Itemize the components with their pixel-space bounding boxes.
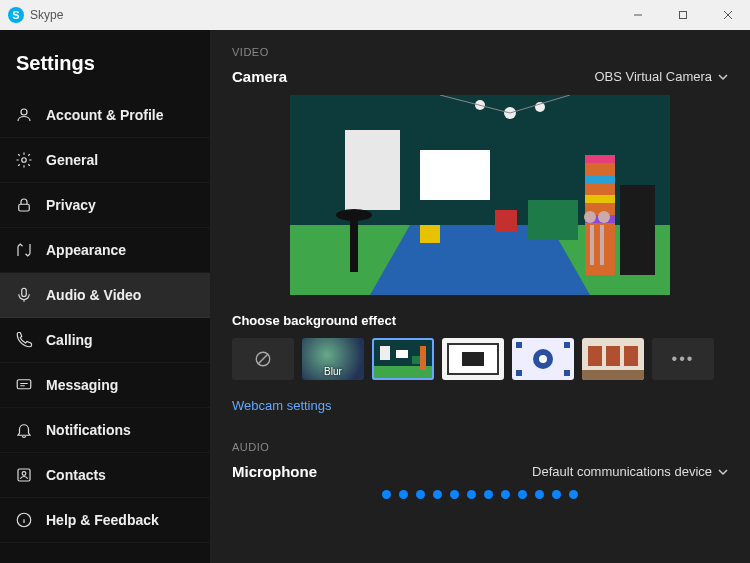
gear-icon — [14, 150, 34, 170]
microphone-heading: Microphone — [232, 463, 317, 480]
microphone-level-meter — [232, 490, 728, 499]
sidebar-item-label: General — [46, 152, 98, 168]
camera-selected-value: OBS Virtual Camera — [594, 69, 712, 84]
svg-rect-18 — [420, 150, 490, 200]
sidebar-item-notifications[interactable]: Notifications — [0, 408, 210, 453]
chevron-down-icon — [718, 72, 728, 82]
svg-rect-19 — [350, 217, 358, 272]
level-dot — [450, 490, 459, 499]
info-icon — [14, 510, 34, 530]
svg-rect-58 — [588, 346, 602, 366]
settings-nav: Account & Profile General Privacy Appear… — [0, 93, 210, 543]
webcam-settings-link[interactable]: Webcam settings — [232, 398, 728, 413]
svg-point-52 — [539, 355, 547, 363]
svg-point-10 — [22, 472, 26, 476]
microphone-icon — [14, 285, 34, 305]
audio-section-label: AUDIO — [232, 441, 728, 453]
svg-rect-27 — [585, 195, 615, 203]
sidebar-item-label: Contacts — [46, 467, 106, 483]
camera-heading: Camera — [232, 68, 287, 85]
sidebar-item-contacts[interactable]: Contacts — [0, 453, 210, 498]
chevron-down-icon — [718, 467, 728, 477]
bg-effect-more-button[interactable]: ••• — [652, 338, 714, 380]
svg-rect-26 — [585, 175, 615, 183]
sidebar-item-account-profile[interactable]: Account & Profile — [0, 93, 210, 138]
svg-rect-25 — [585, 155, 615, 163]
sidebar-item-label: Notifications — [46, 422, 131, 438]
bg-effect-gallery[interactable] — [442, 338, 504, 380]
svg-rect-59 — [606, 346, 620, 366]
svg-rect-44 — [396, 350, 408, 358]
lock-icon — [14, 195, 34, 215]
titlebar: S Skype — [0, 0, 750, 30]
camera-dropdown[interactable]: OBS Virtual Camera — [594, 69, 728, 84]
message-icon — [14, 375, 34, 395]
sidebar-item-label: Audio & Video — [46, 287, 141, 303]
phone-icon — [14, 330, 34, 350]
person-icon — [14, 105, 34, 125]
settings-sidebar: Settings Account & Profile General Priva… — [0, 30, 210, 563]
microphone-selected-value: Default communications device — [532, 464, 712, 479]
svg-rect-61 — [582, 370, 644, 380]
svg-rect-53 — [516, 342, 522, 348]
bg-effect-blur-label: Blur — [302, 366, 364, 377]
svg-point-33 — [598, 211, 610, 223]
camera-preview — [290, 95, 670, 295]
sidebar-item-help-feedback[interactable]: Help & Feedback — [0, 498, 210, 543]
sidebar-item-label: Messaging — [46, 377, 118, 393]
background-effects-row: Blur ••• — [232, 338, 728, 380]
level-dot — [484, 490, 493, 499]
svg-point-4 — [21, 109, 27, 115]
bg-effect-tile-pattern[interactable] — [512, 338, 574, 380]
background-effect-heading: Choose background effect — [232, 313, 728, 328]
svg-rect-7 — [22, 288, 27, 296]
sidebar-item-audio-video[interactable]: Audio & Video — [0, 273, 210, 318]
svg-rect-54 — [564, 342, 570, 348]
level-dot — [399, 490, 408, 499]
svg-rect-8 — [17, 380, 31, 389]
appearance-icon — [14, 240, 34, 260]
contacts-icon — [14, 465, 34, 485]
svg-rect-23 — [528, 200, 578, 240]
maximize-button[interactable] — [660, 0, 705, 30]
svg-rect-22 — [495, 210, 517, 232]
close-button[interactable] — [705, 0, 750, 30]
svg-rect-43 — [380, 346, 390, 360]
skype-logo-icon: S — [8, 7, 24, 23]
sidebar-item-calling[interactable]: Calling — [0, 318, 210, 363]
level-dot — [518, 490, 527, 499]
svg-rect-29 — [620, 185, 655, 275]
level-dot — [433, 490, 442, 499]
svg-rect-60 — [624, 346, 638, 366]
sidebar-item-general[interactable]: General — [0, 138, 210, 183]
bell-icon — [14, 420, 34, 440]
svg-point-32 — [584, 211, 596, 223]
sidebar-item-label: Help & Feedback — [46, 512, 159, 528]
bg-effect-none[interactable] — [232, 338, 294, 380]
bg-effect-cafe[interactable] — [582, 338, 644, 380]
sidebar-item-label: Privacy — [46, 197, 96, 213]
svg-rect-46 — [420, 346, 426, 370]
bg-effect-blur[interactable]: Blur — [302, 338, 364, 380]
window-controls — [615, 0, 750, 30]
level-dot — [467, 490, 476, 499]
level-dot — [569, 490, 578, 499]
svg-point-20 — [336, 209, 372, 221]
svg-rect-1 — [679, 12, 686, 19]
svg-rect-6 — [19, 204, 30, 211]
sidebar-item-messaging[interactable]: Messaging — [0, 363, 210, 408]
svg-line-40 — [258, 354, 269, 365]
svg-rect-31 — [600, 225, 604, 265]
sidebar-item-appearance[interactable]: Appearance — [0, 228, 210, 273]
level-dot — [382, 490, 391, 499]
microphone-dropdown[interactable]: Default communications device — [532, 464, 728, 479]
settings-content: VIDEO Camera OBS Virtual Camera — [210, 30, 750, 563]
svg-rect-49 — [462, 352, 484, 366]
sidebar-item-label: Calling — [46, 332, 93, 348]
bg-effect-room[interactable] — [372, 338, 434, 380]
sidebar-item-label: Account & Profile — [46, 107, 163, 123]
minimize-button[interactable] — [615, 0, 660, 30]
sidebar-item-privacy[interactable]: Privacy — [0, 183, 210, 228]
svg-rect-30 — [590, 225, 594, 265]
level-dot — [552, 490, 561, 499]
